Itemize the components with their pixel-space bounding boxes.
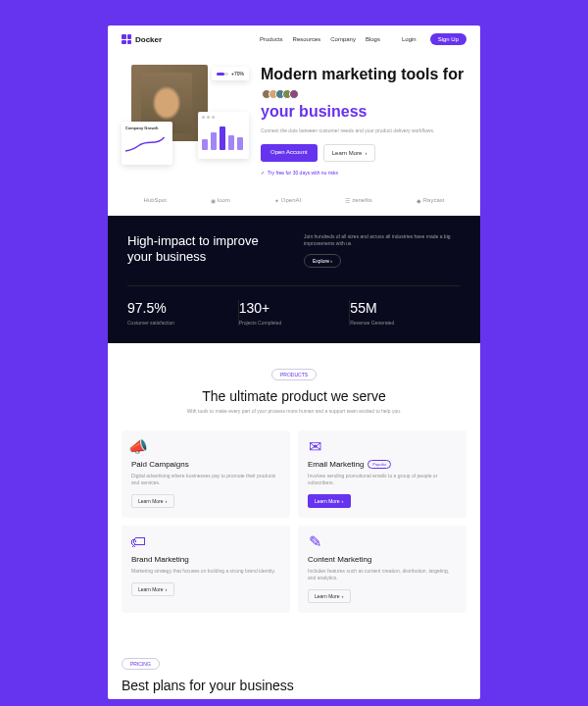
megaphone-icon: 📣: [131, 440, 145, 454]
chevron-right-icon: ›: [365, 150, 367, 156]
card-brand-marketing: 🏷 Brand Marketing Marketing strategy tha…: [122, 526, 290, 613]
products-section: Products The ultimate product we serve W…: [108, 343, 480, 632]
hero-text: Modern marketing tools for your business…: [261, 65, 466, 176]
hero: +70% Company Growth Modern marketing too…: [108, 53, 480, 185]
page: Docker Products Resources Company Blogs …: [108, 25, 480, 699]
popular-badge: Popular: [368, 460, 391, 469]
impact-desc: Join hundreds of all sizes and across al…: [304, 233, 461, 248]
logo[interactable]: Docker: [122, 34, 162, 44]
card-content-marketing: ✎ Content Marketing Includes features su…: [298, 526, 466, 613]
growth-title: Company Growth: [125, 126, 169, 130]
nav-products[interactable]: Products: [260, 36, 283, 42]
stat-float-card: +70%: [212, 67, 249, 80]
hero-visual: +70% Company Growth: [122, 65, 249, 173]
learn-more-button[interactable]: Learn More ›: [131, 494, 174, 508]
logo-hubspot: HubSpot: [143, 197, 166, 204]
hero-desc: Connect the dots between customer needs …: [261, 127, 466, 134]
signup-button[interactable]: Sign Up: [430, 33, 466, 45]
header: Docker Products Resources Company Blogs …: [108, 25, 480, 53]
growth-float-card: Company Growth: [122, 122, 172, 165]
tag-icon: 🏷: [131, 535, 145, 549]
logo-loom: ◉ loom: [211, 197, 230, 204]
stat-pct: +70%: [231, 71, 244, 76]
nav-company[interactable]: Company: [330, 36, 356, 42]
nav-blogs[interactable]: Blogs: [366, 36, 380, 42]
product-cards: 📣 Paid Campaigns Digital advertising whe…: [122, 430, 466, 613]
card-email-marketing: ✉ Email MarketingPopular Involves sendin…: [298, 430, 466, 518]
trial-note: ✓Try free for 30 days with no risks: [261, 170, 466, 176]
plans-section: Pricing Best plans for your business: [108, 632, 480, 699]
logo-openai: ✦ OpenAI: [274, 197, 301, 204]
learn-more-button[interactable]: Learn More ›: [131, 582, 174, 596]
impact-title: High-impact to improve your business: [127, 233, 284, 268]
bars-float-card: [198, 112, 249, 159]
open-account-button[interactable]: Open Account: [261, 144, 318, 162]
avatar-stack: [265, 89, 299, 99]
pencil-icon: ✎: [308, 535, 321, 549]
stat-projects: 130+Projects Completed: [239, 300, 351, 326]
stat-revenue: 55MRevenue Generated: [350, 300, 461, 326]
explore-button[interactable]: Explore ›: [304, 254, 341, 268]
main-nav: Products Resources Company Blogs: [260, 36, 380, 42]
login-link[interactable]: Login: [402, 36, 416, 42]
learn-more-button[interactable]: Learn More›: [323, 144, 376, 162]
plans-title: Best plans for your business: [122, 678, 466, 693]
nav-resources[interactable]: Resources: [293, 36, 321, 42]
products-desc: With tools to make every part of your pr…: [122, 408, 466, 415]
products-badge: Products: [271, 369, 317, 380]
hero-title: Modern marketing tools for your business: [261, 65, 466, 122]
products-title: The ultimate product we serve: [122, 388, 466, 404]
logo-raycast: ◆ Raycast: [416, 197, 445, 204]
logo-icon: [122, 34, 131, 44]
learn-more-button[interactable]: Learn More ›: [308, 589, 351, 603]
mail-icon: ✉: [308, 440, 321, 454]
logo-zenefits: ☰ zenefits: [345, 197, 372, 204]
brand-name: Docker: [135, 35, 162, 44]
hero-cta: Open Account Learn More›: [261, 144, 466, 162]
card-paid-campaigns: 📣 Paid Campaigns Digital advertising whe…: [122, 430, 290, 518]
stat-satisfaction: 97.5%Customer satisfaction: [127, 300, 239, 326]
learn-more-button[interactable]: Learn More ›: [308, 494, 351, 508]
partner-logos: HubSpot ◉ loom ✦ OpenAI ☰ zenefits ◆ Ray…: [108, 185, 480, 216]
impact-section: High-impact to improve your business Joi…: [108, 216, 480, 343]
stats-row: 97.5%Customer satisfaction 130+Projects …: [127, 285, 461, 326]
pricing-badge: Pricing: [122, 658, 160, 670]
check-icon: ✓: [261, 170, 265, 176]
